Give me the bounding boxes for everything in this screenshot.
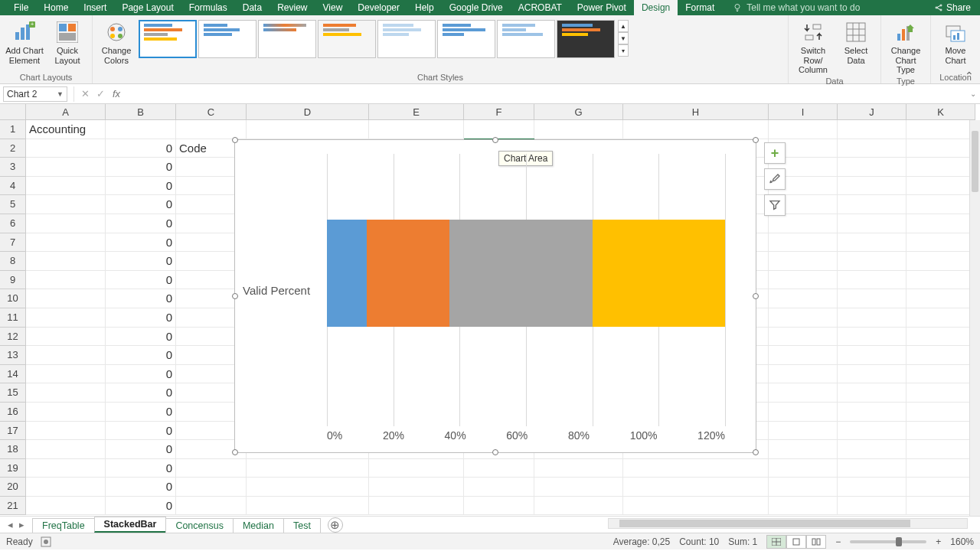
cell-A21[interactable] <box>26 497 106 516</box>
switch-row-column-button[interactable]: Switch Row/ Column <box>793 18 833 75</box>
col-header-B[interactable]: B <box>106 104 176 120</box>
cell-K7[interactable] <box>906 233 975 253</box>
chart-styles-scroll[interactable]: ▲▼▾ <box>618 20 629 57</box>
cell-D1[interactable] <box>247 120 369 139</box>
cell-G1[interactable] <box>534 120 623 139</box>
tab-formulas[interactable]: Formulas <box>181 0 235 15</box>
cell-B10[interactable]: 0 <box>106 289 176 308</box>
tab-file[interactable]: File <box>6 0 36 15</box>
cell-I19[interactable] <box>769 459 838 478</box>
resize-handle-tm[interactable] <box>492 137 498 143</box>
row-header-20[interactable]: 20 <box>0 478 26 497</box>
chart-elements-button[interactable]: + <box>764 142 786 164</box>
cell-A10[interactable] <box>26 289 106 308</box>
tab-format[interactable]: Format <box>678 0 722 15</box>
col-header-H[interactable]: H <box>623 104 769 120</box>
cell-A15[interactable] <box>26 383 106 403</box>
tab-home[interactable]: Home <box>36 0 76 15</box>
cell-I7[interactable] <box>769 233 838 253</box>
col-header-K[interactable]: K <box>906 104 975 120</box>
chart-style-4[interactable] <box>318 20 376 58</box>
cell-A9[interactable] <box>26 271 106 290</box>
cell-I21[interactable] <box>769 497 838 516</box>
cell-J17[interactable] <box>838 422 906 441</box>
cell-A12[interactable] <box>26 328 106 347</box>
chart-style-2[interactable] <box>198 20 256 58</box>
col-header-C[interactable]: C <box>176 104 247 120</box>
tab-view[interactable]: View <box>315 0 351 15</box>
vertical-scrollbar[interactable] <box>969 120 980 516</box>
resize-handle-ml[interactable] <box>232 293 238 299</box>
add-sheet-button[interactable]: ⊕ <box>328 517 343 533</box>
cell-A4[interactable] <box>26 177 106 196</box>
zoom-in-button[interactable]: + <box>936 536 941 547</box>
name-box[interactable]: Chart 2 ▼ <box>3 86 67 102</box>
row-header-5[interactable]: 5 <box>0 195 26 214</box>
cell-C19[interactable] <box>176 459 247 478</box>
cell-B16[interactable]: 0 <box>106 403 176 422</box>
cell-J4[interactable] <box>838 177 906 196</box>
tab-review[interactable]: Review <box>270 0 315 15</box>
cell-K17[interactable] <box>906 422 975 441</box>
chart-style-5[interactable] <box>377 20 436 58</box>
row-header-1[interactable]: 1 <box>0 120 26 139</box>
ribbon-collapse-button[interactable]: ⌃ <box>965 70 974 82</box>
row-header-15[interactable]: 15 <box>0 383 26 403</box>
move-chart-button[interactable]: Move Chart <box>936 18 975 71</box>
cell-H20[interactable] <box>623 478 769 497</box>
cell-D20[interactable] <box>247 478 369 497</box>
cell-J14[interactable] <box>838 365 906 384</box>
chart-style-1[interactable] <box>139 20 197 58</box>
cell-J1[interactable] <box>838 120 906 139</box>
cell-I20[interactable] <box>769 478 838 497</box>
zoom-slider[interactable] <box>850 540 926 543</box>
cell-B19[interactable]: 0 <box>106 459 176 478</box>
cell-F20[interactable] <box>464 478 534 497</box>
cell-C1[interactable] <box>176 120 247 139</box>
cell-I17[interactable] <box>769 422 838 441</box>
cell-A18[interactable] <box>26 440 106 459</box>
cell-A19[interactable] <box>26 459 106 478</box>
plot-area[interactable]: Valid Percent <box>243 154 725 426</box>
cell-A11[interactable] <box>26 308 106 328</box>
cell-K16[interactable] <box>906 403 975 422</box>
cell-K8[interactable] <box>906 252 975 271</box>
chart-filters-button[interactable] <box>764 194 786 216</box>
cell-J8[interactable] <box>838 252 906 271</box>
sheet-nav-buttons[interactable]: ◂ ▸ <box>0 517 32 533</box>
cell-B2[interactable]: 0 <box>106 139 176 158</box>
cell-B9[interactable]: 0 <box>106 271 176 290</box>
cell-I10[interactable] <box>769 289 838 308</box>
cell-D21[interactable] <box>247 497 369 516</box>
row-header-7[interactable]: 7 <box>0 233 26 253</box>
tab-power-pivot[interactable]: Power Pivot <box>570 0 634 15</box>
cell-J16[interactable] <box>838 403 906 422</box>
formula-bar-expand-button[interactable]: ⌄ <box>966 90 980 98</box>
cell-K6[interactable] <box>906 214 975 233</box>
cell-F19[interactable] <box>464 459 534 478</box>
resize-handle-br[interactable] <box>753 449 759 455</box>
cell-B21[interactable]: 0 <box>106 497 176 516</box>
change-chart-type-button[interactable]: Change Chart Type <box>886 18 926 75</box>
cell-A17[interactable] <box>26 422 106 441</box>
tab-developer[interactable]: Developer <box>350 0 407 15</box>
cell-B3[interactable]: 0 <box>106 158 176 177</box>
sheet-tab-concensus[interactable]: Concensus <box>165 518 234 533</box>
row-header-12[interactable]: 12 <box>0 328 26 347</box>
row-header-2[interactable]: 2 <box>0 139 26 158</box>
cell-B6[interactable]: 0 <box>106 214 176 233</box>
tab-acrobat[interactable]: ACROBAT <box>511 0 570 15</box>
cell-K11[interactable] <box>906 308 975 328</box>
cell-J12[interactable] <box>838 328 906 347</box>
tab-design[interactable]: Design <box>634 0 678 15</box>
cell-A3[interactable] <box>26 158 106 177</box>
cell-I13[interactable] <box>769 346 838 365</box>
zoom-out-button[interactable]: − <box>835 536 841 547</box>
cell-K19[interactable] <box>906 459 975 478</box>
chart-object[interactable]: Chart Area Valid Percent 0%20%40%60%80%1… <box>234 139 756 453</box>
cell-A13[interactable] <box>26 346 106 365</box>
cell-K14[interactable] <box>906 365 975 384</box>
cell-E1[interactable] <box>369 120 464 139</box>
view-normal-button[interactable] <box>766 535 786 549</box>
resize-handle-bl[interactable] <box>232 449 238 455</box>
